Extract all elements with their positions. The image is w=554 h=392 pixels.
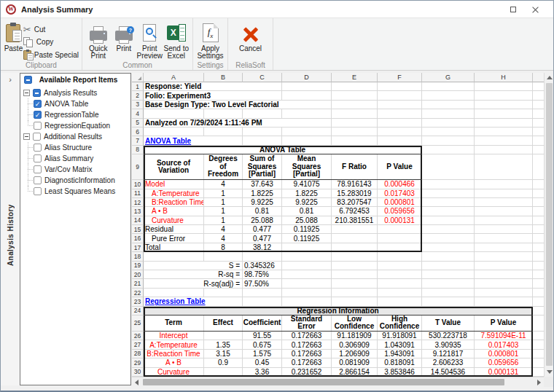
cell-A2[interactable]: Folio: Experiment3 bbox=[144, 91, 282, 100]
cell-C29[interactable]: 0.45 bbox=[243, 358, 282, 367]
cell-C17[interactable]: 38.12 bbox=[243, 243, 282, 252]
cell-A20[interactable]: R-sq = bbox=[144, 270, 243, 279]
cell-H6[interactable] bbox=[475, 128, 533, 136]
cell-F12[interactable]: 0.000801 bbox=[378, 198, 422, 207]
vertical-scroll-thumb[interactable] bbox=[546, 83, 553, 366]
cell-C26[interactable]: 91.55 bbox=[243, 332, 282, 340]
cell-E20[interactable] bbox=[332, 270, 378, 279]
cell-H9[interactable] bbox=[475, 154, 533, 180]
cell-E2[interactable] bbox=[332, 91, 378, 100]
quick-print-button[interactable]: Quick Print bbox=[85, 20, 112, 61]
cell-G13[interactable] bbox=[422, 207, 475, 216]
scroll-up-arrow[interactable] bbox=[545, 73, 554, 82]
cell-E22[interactable] bbox=[332, 289, 378, 297]
cell-E18[interactable] bbox=[332, 252, 378, 261]
cell-E27[interactable]: 0.306909 bbox=[332, 340, 378, 349]
cell-F5[interactable] bbox=[378, 119, 422, 128]
cell-F6[interactable] bbox=[378, 128, 422, 136]
cell-E1[interactable] bbox=[332, 82, 378, 91]
cell-H13[interactable] bbox=[475, 207, 533, 216]
cell-F27[interactable]: 1.043091 bbox=[378, 340, 422, 349]
cell-E15[interactable] bbox=[332, 225, 378, 234]
cell-E12[interactable]: 83.207547 bbox=[332, 198, 378, 207]
tree-item-alias-summary[interactable]: Alias Summary bbox=[20, 153, 130, 164]
tree-item-anova-table[interactable]: ✓ANOVA Table bbox=[20, 98, 130, 109]
row-header-28[interactable]: 28 bbox=[132, 350, 144, 358]
row-header-4[interactable]: 4 bbox=[132, 109, 144, 118]
cell-C21[interactable]: 97.50% bbox=[243, 279, 282, 288]
cell-A5[interactable]: Analyzed on 7/29/2024 1:11:46 PM bbox=[144, 119, 332, 128]
unchecked-checkbox[interactable] bbox=[34, 176, 42, 184]
row-header-29[interactable]: 29 bbox=[132, 358, 144, 367]
cell-H7[interactable] bbox=[475, 136, 533, 145]
cell-F25[interactable]: High Confidence bbox=[378, 315, 422, 332]
tree-item-analysis-results[interactable]: Analysis Results bbox=[20, 87, 130, 98]
cell-H14[interactable] bbox=[475, 216, 533, 225]
cell-F10[interactable]: 0.000466 bbox=[378, 180, 422, 189]
cell-B4[interactable] bbox=[204, 109, 243, 118]
cell-C25[interactable]: Coefficient bbox=[243, 315, 282, 332]
cell-B30[interactable] bbox=[204, 368, 243, 377]
cell-F26[interactable]: 91.918091 bbox=[378, 332, 422, 340]
cell-G27[interactable]: 3.90935 bbox=[422, 340, 475, 349]
horizontal-scroll-thumb[interactable] bbox=[143, 379, 504, 385]
cell-B18[interactable] bbox=[204, 252, 243, 261]
cell-A16[interactable]: Pure Error bbox=[144, 234, 204, 243]
cell-D18[interactable] bbox=[282, 252, 332, 261]
cell-G2[interactable] bbox=[422, 91, 475, 100]
unchecked-checkbox[interactable] bbox=[34, 144, 42, 152]
cell-G3[interactable] bbox=[422, 101, 475, 109]
cell-G28[interactable]: 9.121817 bbox=[422, 350, 475, 358]
expander-minus-icon[interactable] bbox=[23, 133, 30, 140]
scroll-down-arrow[interactable] bbox=[545, 367, 554, 377]
cell-G10[interactable] bbox=[422, 180, 475, 189]
unchecked-checkbox[interactable] bbox=[33, 133, 41, 141]
cell-D12[interactable]: 9.9225 bbox=[282, 198, 332, 207]
cell-B17[interactable]: 8 bbox=[204, 243, 243, 252]
row-header-21[interactable]: 21 bbox=[132, 279, 144, 288]
cell-H26[interactable]: 7.591094E-11 bbox=[475, 332, 533, 340]
cell-G26[interactable]: 530.223718 bbox=[422, 332, 475, 340]
cell-H5[interactable] bbox=[475, 119, 533, 128]
cell-H29[interactable]: 0.059656 bbox=[475, 358, 533, 367]
cell-A27[interactable]: A:Temperature bbox=[144, 340, 204, 349]
cell-C18[interactable] bbox=[243, 252, 282, 261]
cell-B13[interactable]: 1 bbox=[204, 207, 243, 216]
cell-E6[interactable] bbox=[332, 128, 378, 136]
cell-A12[interactable]: B:Reaction Time bbox=[144, 198, 204, 207]
cell-A18[interactable] bbox=[144, 252, 204, 261]
cell-B26[interactable] bbox=[204, 332, 243, 340]
cell-A17[interactable]: Total bbox=[144, 243, 204, 252]
cell-H22[interactable] bbox=[475, 289, 533, 297]
cell-A1[interactable]: Response: Yield bbox=[144, 82, 282, 91]
cell-G5[interactable] bbox=[422, 119, 475, 128]
cell-F30[interactable]: 3.853846 bbox=[378, 368, 422, 377]
row-header-26[interactable]: 26 bbox=[132, 332, 144, 340]
cell-E5[interactable] bbox=[332, 119, 378, 128]
cell-C7[interactable] bbox=[243, 136, 282, 145]
cell-D22[interactable] bbox=[282, 289, 332, 297]
unchecked-checkbox[interactable] bbox=[34, 122, 42, 130]
report-items-root-checkbox[interactable] bbox=[24, 76, 32, 84]
cell-H28[interactable]: 0.000801 bbox=[475, 350, 533, 358]
column-header-G[interactable]: G bbox=[422, 73, 475, 82]
cell-H18[interactable] bbox=[475, 252, 533, 261]
cell-G20[interactable] bbox=[422, 270, 475, 279]
row-header-7[interactable]: 7 bbox=[132, 136, 144, 145]
cell-C15[interactable]: 0.477 bbox=[243, 225, 282, 234]
cell-A30[interactable]: Curvature bbox=[144, 368, 204, 377]
row-header-8[interactable]: 8 bbox=[132, 146, 144, 154]
maximize-button[interactable] bbox=[505, 4, 521, 15]
cell-A4[interactable] bbox=[144, 109, 204, 118]
cell-A19[interactable]: S = bbox=[144, 262, 243, 270]
tree-item-alias-structure[interactable]: Alias Structure bbox=[20, 142, 130, 153]
cell-B28[interactable]: 3.15 bbox=[204, 350, 243, 358]
cell-G18[interactable] bbox=[422, 252, 475, 261]
cell-G30[interactable]: 14.504536 bbox=[422, 368, 475, 377]
column-header-C[interactable]: C bbox=[243, 73, 282, 82]
select-all-corner[interactable] bbox=[132, 73, 144, 82]
cell-H23[interactable] bbox=[475, 297, 533, 306]
cell-E10[interactable]: 78.916143 bbox=[332, 180, 378, 189]
row-header-15[interactable]: 15 bbox=[132, 225, 144, 234]
cell-D13[interactable]: 0.81 bbox=[282, 207, 332, 216]
